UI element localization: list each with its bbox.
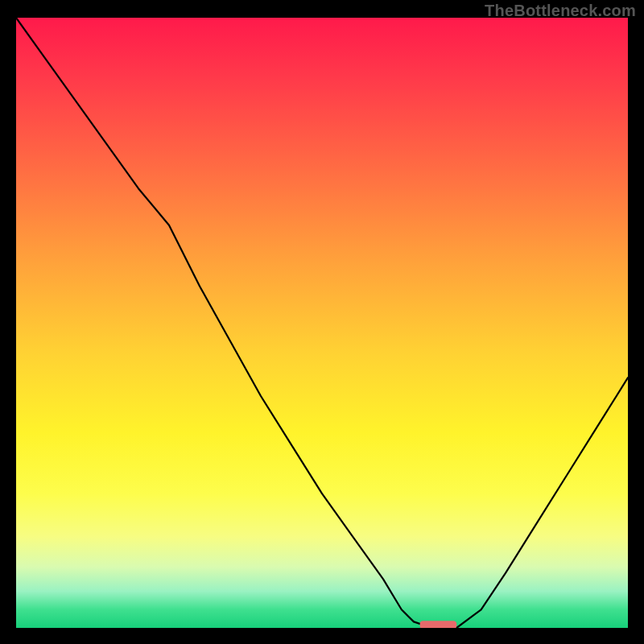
optimal-marker	[420, 621, 457, 628]
bottleneck-curve	[16, 18, 628, 628]
chart-frame: TheBottleneck.com	[0, 0, 644, 644]
plot-area	[16, 18, 628, 628]
